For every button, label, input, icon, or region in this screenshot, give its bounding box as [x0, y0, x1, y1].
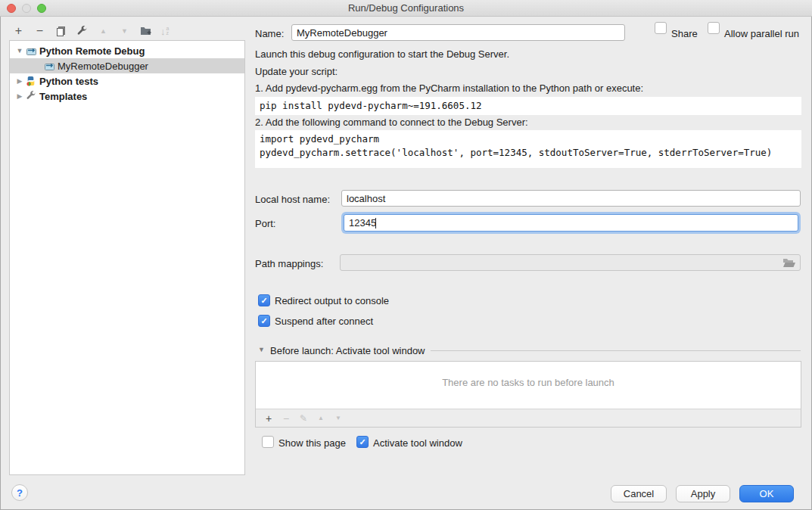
help-button[interactable]: ? [11, 484, 28, 501]
activate-tool-window-label: Activate tool window [373, 437, 462, 449]
share-checkbox[interactable] [655, 22, 667, 34]
run-config-icon [43, 61, 55, 71]
show-this-page-label: Show this page [278, 437, 346, 449]
path-mappings-input[interactable] [340, 254, 801, 271]
activate-tool-window-checkbox[interactable]: ✓ [356, 436, 369, 448]
path-mappings-label: Path mappings: [255, 258, 323, 269]
pip-install-code: pip install pydevd-pycharm~=191.6605.12 [255, 97, 801, 115]
open-folder-icon[interactable] [782, 258, 796, 270]
sort-configurations-button[interactable]: ↓ az [160, 26, 169, 37]
cancel-button[interactable]: Cancel [611, 485, 667, 502]
move-up-button[interactable]: ▲ [97, 25, 110, 38]
port-input[interactable] [344, 214, 798, 232]
python-tests-icon [25, 76, 37, 86]
redirect-output-label: Redirect output to console [275, 295, 389, 306]
configurations-tree: ▼ Python Remote Debug MyRemoteDebugger ▶ [9, 40, 245, 475]
run-config-icon [25, 46, 37, 56]
show-this-page-checkbox[interactable] [262, 436, 274, 448]
suspend-after-connect-checkbox[interactable]: ✓ [258, 315, 270, 327]
tree-item-label: Python tests [39, 76, 98, 87]
chevron-expanded-icon[interactable]: ▼ [16, 47, 23, 54]
before-launch-rule [431, 350, 801, 351]
code-line-1: import pydevd_pycharm [260, 133, 379, 145]
no-tasks-text: There are no tasks to run before launch [256, 377, 801, 388]
name-label: Name: [255, 28, 284, 39]
tree-item-label: Templates [39, 91, 87, 102]
tree-item-templates[interactable]: ▶ Templates [10, 89, 244, 104]
remove-configuration-button[interactable]: − [33, 25, 46, 38]
tree-item-python-tests[interactable]: ▶ Python tests [10, 73, 244, 89]
text-cursor [375, 218, 376, 229]
tree-item-label: Python Remote Debug [39, 45, 145, 57]
step1-text: 1. Add pydevd-pycharm.egg from the PyCha… [255, 82, 643, 94]
tree-item-python-remote-debug[interactable]: ▼ Python Remote Debug [10, 43, 244, 58]
move-task-down-button[interactable]: ▼ [333, 413, 344, 424]
move-down-button[interactable]: ▼ [118, 25, 131, 38]
run-debug-configurations-dialog: Run/Debug Configurations + − ▲ ▼ ↓ az ▼ [0, 0, 812, 510]
before-launch-tasks-box: There are no tasks to run before launch … [255, 361, 801, 428]
chevron-collapsed-icon[interactable]: ▶ [16, 92, 23, 100]
before-launch-collapse-icon[interactable]: ▼ [258, 346, 265, 353]
sort-arrow-icon: ↓ [160, 26, 166, 37]
tree-item-myremotedebugger[interactable]: MyRemoteDebugger [10, 58, 244, 73]
templates-wrench-icon [25, 91, 37, 101]
code-line-2: pydevd_pycharm.settrace('localhost', por… [260, 147, 772, 158]
settrace-code: import pydevd_pycharm pydevd_pycharm.set… [255, 130, 801, 168]
tasks-toolbar: + − ✎ ▲ ▼ [256, 409, 801, 427]
edit-configuration-wrench-icon[interactable] [76, 25, 89, 38]
suspend-after-connect-label: Suspend after connect [275, 316, 373, 327]
remove-task-button[interactable]: − [281, 413, 291, 424]
redirect-output-checkbox[interactable]: ✓ [258, 294, 270, 306]
port-label: Port: [255, 218, 275, 229]
move-task-up-button[interactable]: ▲ [316, 413, 326, 424]
local-host-name-label: Local host name: [255, 194, 330, 205]
name-input[interactable] [291, 24, 625, 41]
configurations-toolbar: + − ▲ ▼ ↓ az [12, 23, 169, 39]
edit-task-button[interactable]: ✎ [298, 413, 309, 424]
before-launch-header: Before launch: Activate tool window [270, 345, 425, 356]
intro-text: Launch this debug configuration to start… [255, 48, 509, 60]
allow-parallel-run-label: Allow parallel run [724, 28, 799, 39]
add-configuration-button[interactable]: + [12, 25, 25, 38]
chevron-collapsed-icon[interactable]: ▶ [16, 77, 23, 85]
apply-button[interactable]: Apply [676, 485, 730, 502]
local-host-name-input[interactable] [341, 190, 801, 207]
new-folder-button[interactable] [139, 25, 152, 38]
allow-parallel-run-checkbox[interactable] [708, 22, 720, 34]
add-task-button[interactable]: + [263, 413, 274, 424]
ok-button[interactable]: OK [739, 485, 794, 502]
step2-text: 2. Add the following command to connect … [255, 117, 528, 128]
copy-configuration-icon[interactable] [54, 25, 67, 38]
tree-item-label: MyRemoteDebugger [58, 61, 148, 72]
configuration-form: Name: Share Allow parallel run Launch th… [255, 0, 802, 510]
sort-az-icon: az [166, 26, 170, 36]
share-label: Share [671, 28, 698, 39]
update-script-text: Update your script: [255, 66, 338, 77]
